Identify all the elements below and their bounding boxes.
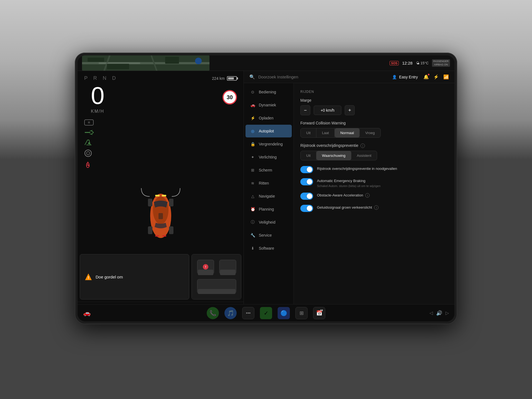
scherm-label: Scherm xyxy=(259,168,272,172)
notification-icon[interactable]: 🔔 xyxy=(423,74,429,80)
sidebar-item-veiligheid[interactable]: ⓘ Veiligheid xyxy=(245,216,292,229)
toggle-switch-4[interactable] xyxy=(300,205,313,212)
status-icons: H xyxy=(78,114,244,174)
toggle4-info-icon[interactable]: i xyxy=(374,205,378,210)
taskbar-bluetooth-button[interactable]: 🔵 xyxy=(278,307,290,319)
sidebar-item-verlichting[interactable]: ✦ Verlichting xyxy=(245,151,292,163)
temperature-display: 15°C xyxy=(421,61,429,65)
taskbar-phone-button[interactable]: 📞 xyxy=(207,307,219,319)
taskbar-right: ◁ 🔊 ▷ xyxy=(429,310,449,316)
easy-entry-button[interactable]: 👤 Easy Entry xyxy=(392,75,418,79)
sidebar-item-opladen[interactable]: ⚡ Opladen xyxy=(245,112,292,124)
sidebar-item-bediening[interactable]: ⊙ Bediening xyxy=(245,86,292,98)
ldp-assistent-button[interactable]: Assistent xyxy=(351,151,377,160)
sidebar-item-ritten[interactable]: ≋ Ritten xyxy=(245,177,292,190)
taskbar-car-icon[interactable]: 🚗 xyxy=(83,310,91,317)
taskbar-left: 🚗 xyxy=(83,310,91,317)
sidebar-item-vergrendeling[interactable]: 🔒 Vergrendeling xyxy=(245,138,292,150)
toggle3-info-icon[interactable]: i xyxy=(365,193,370,198)
lane-icon xyxy=(84,139,94,145)
taskbar-volume-icon[interactable]: 🔊 xyxy=(436,310,442,316)
settings-content: Rijden Marge − +0 km/h + xyxy=(294,83,454,304)
battery-km: 224 km xyxy=(212,76,225,81)
planning-label: Planning xyxy=(259,207,274,211)
toggle-switch-1[interactable] xyxy=(300,166,313,173)
fcw-normaal-button[interactable]: Normaal xyxy=(335,128,360,137)
toggle-switch-3[interactable] xyxy=(300,193,313,200)
clock: 12:28 xyxy=(402,61,413,65)
map-preview[interactable] xyxy=(82,55,209,71)
forward-collision-setting: Forward Collision Warning Uit Laat Norma… xyxy=(300,121,448,138)
sidebar-item-dynamiek[interactable]: 🚗 Dynamiek xyxy=(245,99,292,111)
software-icon: ⬇ xyxy=(250,245,255,251)
search-input[interactable] xyxy=(258,75,389,79)
lane-departure-setting: Rijstrook overschrijdingspreventie i Uit… xyxy=(300,143,448,160)
fcw-laat-button[interactable]: Laat xyxy=(316,128,335,137)
easy-entry-label: Easy Entry xyxy=(399,75,418,79)
car-top-svg xyxy=(133,174,188,252)
scherm-icon: ⊞ xyxy=(250,167,255,173)
outer-wrapper: SOS 12:28 🌤 15°C PASSENGER AIRBAG ON xyxy=(0,0,532,399)
seat-svg: ! xyxy=(192,254,241,300)
svg-rect-26 xyxy=(148,226,152,234)
network-icon[interactable]: 📶 xyxy=(443,74,449,80)
autopilot-icon: ◎ xyxy=(250,128,255,134)
seatbelt-icon xyxy=(84,161,91,169)
bluetooth-icon[interactable]: ⚡ xyxy=(433,74,439,80)
settings-nav: ⊙ Bediening 🚗 Dynamiek ⚡ Opladen xyxy=(244,83,294,304)
svg-text:!: ! xyxy=(88,275,89,280)
airbag-badge: PASSENGER AIRBAG ON xyxy=(432,59,450,67)
svg-rect-31 xyxy=(162,235,166,237)
headlight-icon xyxy=(84,129,94,135)
speed-value: 0 xyxy=(91,83,230,108)
marge-plus-button[interactable]: + xyxy=(345,105,355,115)
taskbar-apps-button[interactable]: ⊞ xyxy=(295,307,308,319)
lane-departure-options: Uit Waarschuwing Assistent xyxy=(300,151,377,160)
warning-triangle-icon: ! xyxy=(85,273,92,281)
vergrendeling-icon: 🔒 xyxy=(250,141,255,147)
navigatie-label: Navigatie xyxy=(259,194,275,198)
ldp-waarschuwing-button[interactable]: Waarschuwing xyxy=(316,151,351,160)
sos-label: SOS xyxy=(390,61,399,65)
speed-limit-badge: 30 xyxy=(222,90,237,104)
taskbar-checkmark-button[interactable]: ✓ xyxy=(260,307,272,319)
person-icon: 👤 xyxy=(392,75,397,79)
svg-point-7 xyxy=(195,58,202,64)
toggle-switch-2[interactable] xyxy=(300,178,313,185)
sidebar-item-navigatie[interactable]: △ Navigatie xyxy=(245,190,292,203)
section-title: Rijden xyxy=(300,90,448,94)
fcw-vroeg-button[interactable]: Vroeg xyxy=(360,128,380,137)
settings-body: ⊙ Bediening 🚗 Dynamiek ⚡ Opladen xyxy=(244,83,454,304)
toggle-label-2: Automatic Emergency Braking xyxy=(317,178,380,184)
taskbar-left-arrow[interactable]: ◁ xyxy=(429,310,433,316)
sidebar-item-scherm[interactable]: ⊞ Scherm xyxy=(245,164,292,177)
marge-minus-button[interactable]: − xyxy=(300,105,310,115)
toggle-obstacle-acceleration: Obstacle-Aware Acceleration i xyxy=(300,193,448,200)
taskbar-calendar-button[interactable]: 📅 19 xyxy=(313,307,325,319)
svg-rect-27 xyxy=(169,226,173,234)
taskbar-dots-button[interactable]: ••• xyxy=(242,307,254,319)
sidebar-item-service[interactable]: 🔧 Service xyxy=(245,229,292,242)
gear-selector: P R N D xyxy=(84,75,118,81)
lane-departure-info-icon[interactable]: i xyxy=(360,144,365,148)
main-content: P R N D 224 km 0 KM/H 30 xyxy=(78,71,454,304)
taskbar-right-arrow[interactable]: ▷ xyxy=(446,310,449,316)
sidebar-item-software[interactable]: ⬇ Software xyxy=(245,242,292,255)
forward-collision-label: Forward Collision Warning xyxy=(300,121,448,125)
autopilot-label: Autopilot xyxy=(259,129,274,133)
battery-fill xyxy=(228,77,234,80)
software-label: Software xyxy=(259,246,274,250)
svg-text:H: H xyxy=(88,121,90,124)
sidebar-item-autopilot[interactable]: ◎ Autopilot xyxy=(245,125,292,137)
marge-setting: Marge − +0 km/h + xyxy=(300,98,448,115)
taskbar-camera-button[interactable]: 🎵 xyxy=(224,307,237,319)
ldp-uit-button[interactable]: Uit xyxy=(301,151,316,160)
sidebar-item-planning[interactable]: ⏰ Planning xyxy=(245,203,292,216)
svg-rect-25 xyxy=(169,199,173,206)
fcw-uit-button[interactable]: Uit xyxy=(301,128,316,137)
top-bar: SOS 12:28 🌤 15°C PASSENGER AIRBAG ON xyxy=(78,55,454,71)
toggle-label-4: Geluidssignaal groen verkeerslicht i xyxy=(317,205,378,210)
navigatie-icon: △ xyxy=(250,193,255,199)
taskbar: 🚗 📞 🎵 ••• ✓ 🔵 ⊞ xyxy=(78,304,454,321)
instrument-cluster: P R N D 224 km 0 KM/H 30 xyxy=(78,71,244,304)
